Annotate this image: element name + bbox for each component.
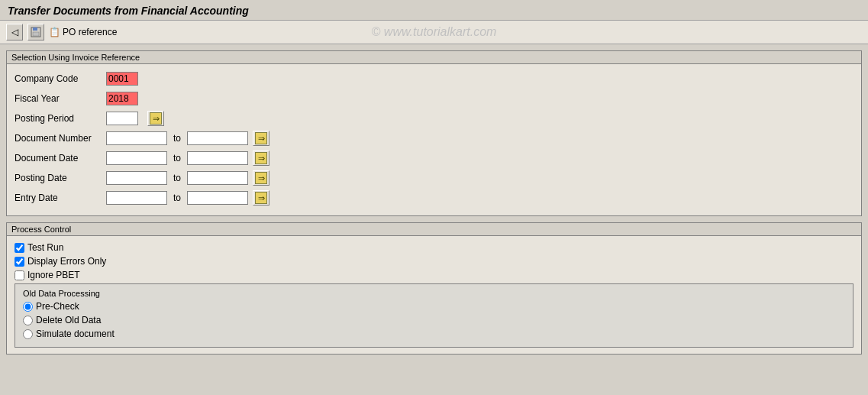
simulate-document-radio[interactable] <box>23 329 33 339</box>
company-code-label: Company Code <box>15 73 106 84</box>
test-run-row: Test Run <box>15 242 853 253</box>
posting-date-row: Posting Date to ⇒ <box>15 170 853 186</box>
posting-period-label: Posting Period <box>15 113 106 124</box>
old-data-title: Old Data Processing <box>23 289 845 298</box>
posting-date-to-input[interactable] <box>187 171 248 185</box>
fiscal-year-label: Fiscal Year <box>15 93 106 104</box>
document-date-arrow-icon: ⇒ <box>255 152 267 164</box>
document-date-label: Document Date <box>15 153 106 164</box>
company-code-input[interactable] <box>106 72 138 86</box>
ignore-pbet-row: Ignore PBET <box>15 270 853 280</box>
document-date-arrow-btn[interactable]: ⇒ <box>253 151 269 166</box>
po-reference-container[interactable]: 📋 PO reference <box>49 27 117 37</box>
svg-rect-1 <box>33 28 37 31</box>
ignore-pbet-checkbox[interactable] <box>15 270 24 280</box>
document-date-to-label: to <box>173 153 181 164</box>
selection-section-body: Company Code Fiscal Year Posting Period … <box>7 64 861 215</box>
posting-period-arrow-icon: ⇒ <box>150 112 162 125</box>
entry-date-row: Entry Date to ⇒ <box>15 189 853 206</box>
document-date-row: Document Date to ⇒ <box>15 150 853 167</box>
document-date-to-input[interactable] <box>187 151 248 165</box>
pre-check-label: Pre-Check <box>36 301 79 312</box>
document-number-arrow-icon: ⇒ <box>255 132 267 144</box>
fiscal-year-row: Fiscal Year <box>15 90 853 107</box>
selection-section: Selection Using Invoice Reference Compan… <box>6 50 862 216</box>
fiscal-year-input[interactable] <box>106 92 138 105</box>
save-button[interactable] <box>27 24 44 40</box>
document-number-to-label: to <box>173 133 181 144</box>
process-control-title: Process Control <box>7 223 861 236</box>
display-errors-label: Display Errors Only <box>27 256 106 267</box>
posting-date-label: Posting Date <box>15 173 106 183</box>
entry-date-from-input[interactable] <box>106 191 167 205</box>
simulate-document-label: Simulate document <box>36 329 115 339</box>
po-reference-label: PO reference <box>63 27 117 37</box>
svg-rect-2 <box>33 32 39 36</box>
watermark: © www.tutorialkart.com <box>372 25 497 39</box>
po-icon: 📋 <box>49 27 60 37</box>
pre-check-row: Pre-Check <box>23 301 845 312</box>
test-run-checkbox[interactable] <box>15 243 24 253</box>
display-errors-row: Display Errors Only <box>15 256 853 267</box>
posting-period-row-inner: ⇒ <box>106 111 164 126</box>
document-number-arrow-btn[interactable]: ⇒ <box>253 131 269 146</box>
document-number-row: Document Number to ⇒ <box>15 130 853 147</box>
test-run-label: Test Run <box>27 242 63 253</box>
toolbar: ◁ 📋 PO reference © www.tutorialkart.com <box>0 21 868 44</box>
entry-date-label: Entry Date <box>15 193 106 203</box>
posting-date-to-label: to <box>173 173 181 183</box>
page-title: Transfer Documents from Financial Accoun… <box>8 5 860 17</box>
posting-period-input[interactable] <box>106 112 138 125</box>
process-control-body: Test Run Display Errors Only Ignore PBET… <box>7 236 861 354</box>
document-number-label: Document Number <box>15 133 106 144</box>
old-data-section: Old Data Processing Pre-Check Delete Old… <box>15 283 853 348</box>
display-errors-checkbox[interactable] <box>15 257 24 267</box>
document-number-from-input[interactable] <box>106 131 167 145</box>
simulate-document-row: Simulate document <box>23 329 845 339</box>
delete-old-data-label: Delete Old Data <box>36 315 101 325</box>
posting-date-from-input[interactable] <box>106 171 167 185</box>
posting-period-row: Posting Period ⇒ <box>15 110 853 127</box>
delete-old-data-row: Delete Old Data <box>23 315 845 325</box>
entry-date-arrow-btn[interactable]: ⇒ <box>253 190 269 206</box>
content: Selection Using Invoice Reference Compan… <box>0 44 868 361</box>
company-code-row: Company Code <box>15 70 853 87</box>
posting-period-arrow-btn[interactable]: ⇒ <box>147 111 164 126</box>
back-button[interactable]: ◁ <box>6 24 23 40</box>
entry-date-to-label: to <box>173 193 181 203</box>
title-bar: Transfer Documents from Financial Accoun… <box>0 0 868 21</box>
posting-date-arrow-icon: ⇒ <box>255 172 267 184</box>
delete-old-data-radio[interactable] <box>23 316 33 325</box>
selection-section-title: Selection Using Invoice Reference <box>7 51 861 64</box>
posting-date-arrow-btn[interactable]: ⇒ <box>253 170 269 186</box>
process-control-section: Process Control Test Run Display Errors … <box>6 222 862 355</box>
entry-date-to-input[interactable] <box>187 191 248 205</box>
entry-date-arrow-icon: ⇒ <box>255 192 267 204</box>
document-number-to-input[interactable] <box>187 131 248 145</box>
ignore-pbet-label: Ignore PBET <box>27 270 80 280</box>
pre-check-radio[interactable] <box>23 302 33 312</box>
document-date-from-input[interactable] <box>106 151 167 165</box>
